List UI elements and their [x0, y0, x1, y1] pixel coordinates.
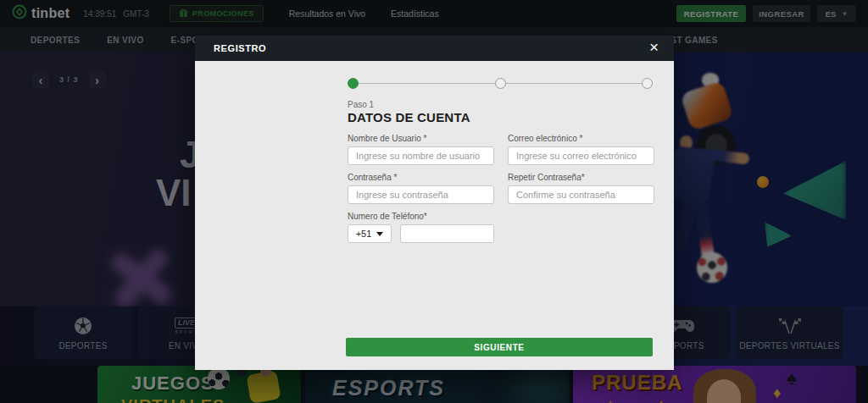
modal-title: REGISTRO [214, 43, 266, 53]
phone-country-select[interactable]: +51 [348, 224, 392, 243]
email-label: Correo electrónico * [508, 134, 654, 143]
section-title: DATOS DE CUENTA [348, 110, 470, 124]
username-field-group: Nombre de Usuario * [348, 134, 494, 165]
registration-form: Nombre de Usuario * Correo electrónico *… [348, 134, 654, 243]
password-input[interactable] [348, 185, 494, 204]
phone-label: Numero de Teléfono* [348, 212, 654, 221]
stepper-dot-3 [642, 78, 653, 89]
step-label: Paso 1 [348, 100, 374, 109]
modal-body: Paso 1 DATOS DE CUENTA Nombre de Usuario… [195, 61, 674, 370]
stepper-dot-1 [348, 78, 359, 89]
repeat-password-input[interactable] [508, 185, 654, 204]
username-label: Nombre de Usuario * [348, 134, 494, 143]
close-icon[interactable]: × [649, 39, 659, 56]
repeat-password-field-group: Repetir Contraseña* [508, 173, 654, 204]
email-input[interactable] [508, 146, 654, 165]
modal-header: REGISTRO × [195, 36, 674, 61]
chevron-down-icon [376, 232, 383, 236]
registration-stepper [348, 78, 653, 90]
password-label: Contraseña * [348, 173, 494, 182]
email-field-group: Correo electrónico * [508, 134, 654, 165]
username-input[interactable] [348, 146, 494, 165]
phone-number-input[interactable] [400, 224, 494, 243]
repeat-password-label: Repetir Contraseña* [508, 173, 654, 182]
phone-country-code: +51 [356, 229, 372, 239]
next-step-button[interactable]: SIGUIENTE [346, 338, 653, 356]
phone-field-group: Numero de Teléfono* +51 [348, 212, 654, 243]
page: tinbet 14:39:51 GMT-3 PROMOCIONES Result… [0, 0, 868, 403]
password-field-group: Contraseña * [348, 173, 494, 204]
stepper-dot-2 [495, 78, 506, 89]
registration-modal: REGISTRO × Paso 1 DATOS DE CUENTA Nombre… [195, 36, 674, 370]
